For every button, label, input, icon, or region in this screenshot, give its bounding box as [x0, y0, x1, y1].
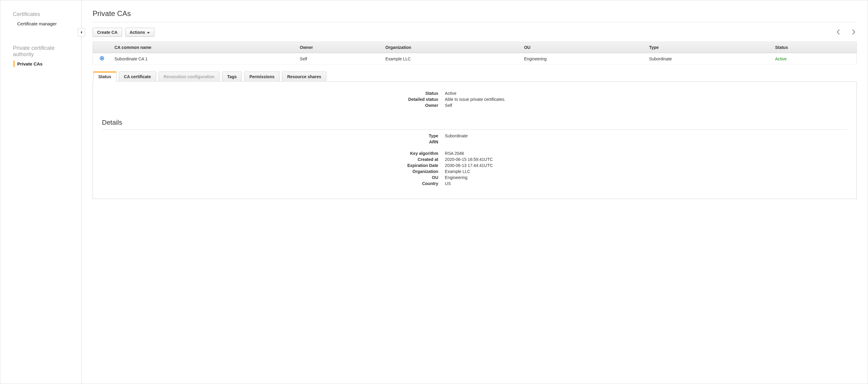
row-select-cell[interactable]: [93, 53, 111, 65]
sidebar-group-title: Certificates: [0, 9, 82, 19]
pager-prev-button[interactable]: [835, 29, 842, 36]
tab-resource-shares[interactable]: Resource shares: [282, 71, 326, 82]
def-row-detailed-status: Detailed status Able to issue private ce…: [102, 96, 847, 102]
chevron-left-icon: [837, 29, 840, 36]
cell-ou: Engineering: [521, 53, 645, 65]
tab-revocation-config: Revocation configuration: [159, 71, 220, 82]
cell-status: Active: [772, 53, 857, 65]
def-row-created: Created at 2020-06-15 16:59:41UTC: [102, 156, 847, 163]
chevron-left-icon: [80, 30, 83, 35]
page-title: Private CAs: [93, 9, 857, 22]
cell-owner: Self: [296, 53, 382, 65]
def-row-owner: Owner Self: [102, 102, 847, 108]
def-label: Type: [102, 134, 445, 138]
def-label: Status: [102, 91, 445, 96]
app-frame: Certificates Certificate manager Private…: [0, 0, 868, 384]
def-row-type: Type Subordinate: [102, 133, 847, 139]
def-row-country: Country US: [102, 180, 847, 186]
table-header-ou[interactable]: OU: [521, 42, 645, 53]
table-header-status[interactable]: Status: [772, 42, 857, 53]
sidebar-item-certificate-manager[interactable]: Certificate manager: [0, 19, 82, 28]
def-value: Self: [445, 103, 452, 108]
def-value: Active: [445, 91, 456, 96]
def-label: Expiration Date: [102, 163, 445, 168]
chevron-right-icon: [852, 29, 855, 36]
status-summary: Status Active Detailed status Able to is…: [102, 90, 847, 108]
def-value: Engineering: [445, 175, 467, 180]
sidebar-item-private-cas[interactable]: Private CAs: [0, 59, 82, 68]
sidebar-group-pca: Private certificate authority Private CA…: [0, 43, 82, 68]
def-row-arn: ARN: [102, 139, 847, 145]
sidebar-group-certificates: Certificates Certificate manager: [0, 9, 82, 28]
cell-name: Subordinate CA 1: [111, 53, 297, 65]
def-label: Key algorithm: [102, 151, 445, 156]
tab-ca-certificate[interactable]: CA certificate: [119, 71, 156, 82]
toolbar: Create CA Actions: [93, 28, 857, 37]
tab-bar: Status CA certificate Revocation configu…: [93, 71, 857, 82]
table-header-owner[interactable]: Owner: [296, 42, 382, 53]
def-value: US: [445, 181, 451, 186]
def-label: ARN: [102, 140, 445, 144]
def-label: OU: [102, 175, 445, 180]
table-header-type[interactable]: Type: [645, 42, 772, 53]
def-value: 2020-06-15 16:59:41UTC: [445, 157, 493, 162]
def-value: Able to issue private certificates.: [445, 97, 505, 102]
cell-type: Subordinate: [645, 53, 772, 65]
tab-status[interactable]: Status: [93, 71, 116, 82]
def-row-organization: Organization Example LLC: [102, 169, 847, 175]
radio-selected-icon[interactable]: [100, 56, 104, 60]
tab-tags[interactable]: Tags: [222, 71, 242, 82]
table-header-row: CA common name Owner Organization OU Typ…: [93, 42, 857, 53]
table-header-org[interactable]: Organization: [382, 42, 521, 53]
def-row-expires: Expiration Date 2030-06-13 17:44:41UTC: [102, 163, 847, 169]
def-label: Country: [102, 181, 445, 186]
button-label: Actions: [130, 30, 145, 35]
chevron-down-icon: [147, 30, 150, 35]
tab-panel-status: Status Active Detailed status Able to is…: [93, 82, 857, 199]
def-gap: [102, 145, 847, 150]
table-header-select: [93, 42, 111, 53]
def-row-ou: OU Engineering: [102, 175, 847, 180]
sidebar-group-title: Private certificate authority: [0, 43, 82, 59]
table-row[interactable]: Subordinate CA 1 Self Example LLC Engine…: [93, 53, 857, 65]
sidebar-collapse-button[interactable]: [78, 28, 85, 36]
def-label: Created at: [102, 157, 445, 162]
def-row-key-algorithm: Key algorithm RSA 2048: [102, 150, 847, 156]
details-heading: Details: [102, 119, 847, 130]
def-label: Organization: [102, 169, 445, 174]
cell-org: Example LLC: [382, 53, 521, 65]
def-value: 2030-06-13 17:44:41UTC: [445, 163, 493, 168]
sidebar: Certificates Certificate manager Private…: [0, 0, 82, 384]
def-value: Subordinate: [445, 134, 468, 138]
def-row-status: Status Active: [102, 90, 847, 96]
def-label: Owner: [102, 103, 445, 108]
def-label: Detailed status: [102, 97, 445, 102]
details-block: Type Subordinate ARN Key algorithm RSA 2…: [102, 133, 847, 186]
tab-permissions[interactable]: Permissions: [244, 71, 280, 82]
actions-button[interactable]: Actions: [125, 28, 154, 37]
ca-table: CA common name Owner Organization OU Typ…: [93, 42, 857, 65]
create-ca-button[interactable]: Create CA: [93, 28, 122, 37]
def-value: RSA 2048: [445, 151, 464, 156]
table-header-name[interactable]: CA common name: [111, 42, 297, 53]
main-content: Private CAs Create CA Actions: [82, 0, 868, 384]
button-label: Create CA: [97, 30, 118, 35]
pager-next-button[interactable]: [850, 29, 857, 36]
def-value: Example LLC: [445, 169, 470, 174]
